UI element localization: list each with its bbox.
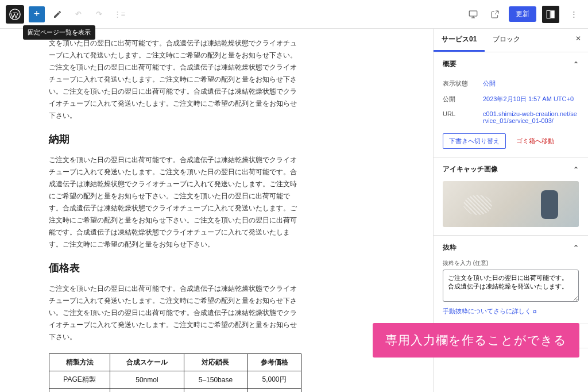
svg-rect-1	[469, 11, 477, 16]
th[interactable]: 対応鎖長	[184, 354, 247, 371]
featured-image-thumbnail[interactable]	[443, 181, 579, 227]
th[interactable]: 精製方法	[49, 354, 110, 371]
external-link-icon: ⧉	[533, 309, 536, 314]
switch-to-draft-button[interactable]: 下書きへ切り替え	[443, 133, 506, 149]
panel-summary-toggle[interactable]: 概要 ⌃	[434, 52, 588, 76]
body-paragraph[interactable]: 文を頂いた日の翌日に出荷可能です。合成遺伝子は凍結乾燥状態でクライオチューブに入…	[49, 37, 301, 122]
edit-mode-icon[interactable]	[49, 6, 65, 22]
table-row: PAGE精製50nmol5–150base5,000円	[49, 371, 301, 389]
price-table[interactable]: 精製方法 合成スケール 対応鎖長 参考価格 PAGE精製50nmol5–150b…	[49, 353, 301, 392]
annotation-callout: 専用入力欄を作ることができる	[373, 323, 579, 358]
tab-document[interactable]: サービス01	[434, 29, 485, 52]
wp-logo[interactable]	[6, 5, 24, 24]
close-sidebar-icon[interactable]: ✕	[568, 29, 588, 52]
excerpt-label: 抜粋を入力 (任意)	[443, 259, 579, 267]
heading-delivery[interactable]: 納期	[49, 132, 301, 146]
chevron-up-icon: ⌃	[573, 166, 579, 174]
excerpt-textarea[interactable]: ご注文を頂いた日の翌日に出荷可能です。合成遺伝子は凍結乾燥を発送いたします。	[443, 270, 579, 302]
add-block-button[interactable]: +	[29, 6, 45, 22]
body-paragraph[interactable]: ご注文を頂いた日の翌日に出荷可能です。合成遺伝子は凍結乾燥状態でクライオチューブ…	[49, 154, 301, 251]
url-label: URL	[443, 110, 483, 124]
editor-canvas[interactable]: 文を頂いた日の翌日に出荷可能です。合成遺伝子は凍結乾燥状態でクライオチューブに入…	[0, 29, 433, 392]
more-options-icon[interactable]: ⋮	[565, 6, 582, 23]
th[interactable]: 合成スケール	[110, 354, 184, 371]
update-button[interactable]: 更新	[509, 6, 536, 22]
settings-toggle-button[interactable]	[542, 6, 559, 23]
desktop-preview-icon[interactable]	[465, 6, 481, 22]
svg-rect-3	[551, 10, 555, 18]
undo-icon: ↶	[70, 6, 86, 22]
status-label: 表示状態	[443, 79, 483, 88]
svg-rect-2	[547, 10, 550, 18]
heading-price[interactable]: 価格表	[49, 261, 301, 275]
url-value[interactable]: c001.shimizu-web-creation.net/service_01…	[483, 110, 579, 124]
chevron-up-icon: ⌃	[573, 60, 579, 68]
redo-icon: ↷	[91, 6, 107, 22]
excerpt-help-link[interactable]: 手動抜粋についてさらに詳しく ⧉	[443, 307, 579, 316]
sidebar-tabs: サービス01 ブロック ✕	[434, 29, 588, 52]
editor-topbar: + ↶ ↷ ⋮≡ 固定ページ一覧を表示 更新 ⋮	[0, 0, 588, 29]
tab-block[interactable]: ブロック	[485, 29, 528, 52]
th[interactable]: 参考価格	[247, 354, 301, 371]
body-paragraph[interactable]: ご注文を頂いた日の翌日に出荷可能です。合成遺伝子は凍結乾燥状態でクライオチューブ…	[49, 283, 301, 343]
details-icon: ⋮≡	[111, 6, 127, 22]
move-to-trash-button[interactable]: ゴミ箱へ移動	[510, 133, 560, 149]
publish-label: 公開	[443, 95, 483, 103]
panel-excerpt-toggle[interactable]: 抜粋 ⌃	[434, 236, 588, 259]
publish-value[interactable]: 2023年2月10日 1:57 AM UTC+0	[483, 95, 579, 103]
chevron-up-icon: ⌃	[573, 244, 579, 252]
table-row: HPLC精製50nmol5–200base3,000円	[49, 389, 301, 393]
preview-icon[interactable]	[487, 6, 503, 22]
tooltip: 固定ページ一覧を表示	[23, 25, 95, 40]
panel-featured-image-toggle[interactable]: アイキャッチ画像 ⌃	[434, 157, 588, 181]
status-value[interactable]: 公開	[483, 79, 579, 88]
